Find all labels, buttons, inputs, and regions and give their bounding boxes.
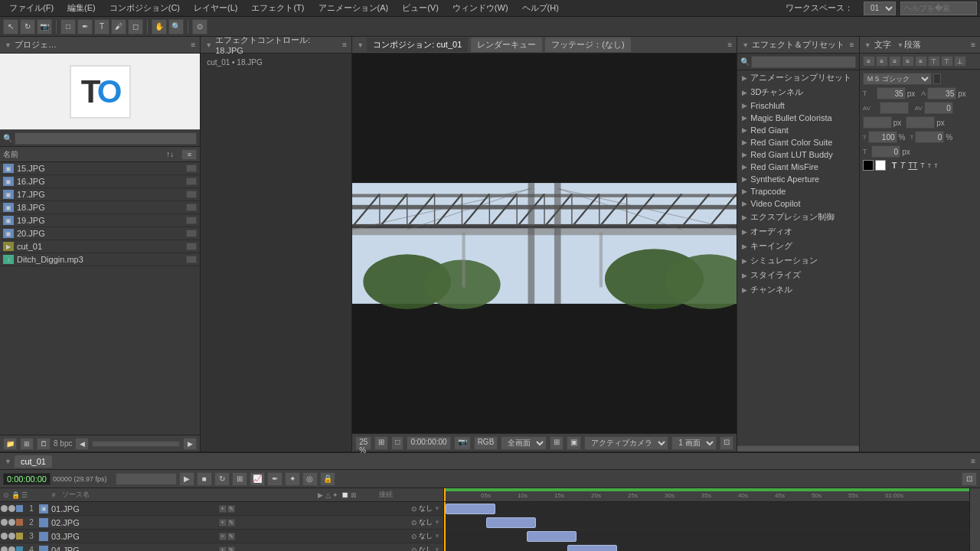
italic-btn[interactable]: T	[900, 161, 905, 170]
align-right-btn[interactable]: ≡	[889, 56, 901, 67]
new-item-btn[interactable]: 🗒	[37, 438, 51, 450]
effects-panel-close[interactable]: ≡	[850, 41, 854, 49]
timeline-expand-col[interactable]	[969, 488, 980, 551]
footage-tab[interactable]: フッテージ：(なし)	[545, 37, 630, 52]
scale-h-input[interactable]	[868, 131, 897, 143]
width-input[interactable]	[863, 116, 892, 129]
tl-stop-btn[interactable]: ■	[197, 472, 212, 486]
tl-ram-btn[interactable]: ⊞	[232, 472, 247, 486]
leading-input[interactable]	[927, 87, 956, 99]
tl-brush-btn[interactable]: ✒	[267, 472, 283, 486]
list-item[interactable]: ▣ 20.JPG	[0, 227, 200, 240]
effect-category-key[interactable]: ▶ キーイング	[737, 239, 858, 253]
help-search[interactable]	[900, 2, 977, 15]
comp-footer-expand[interactable]: ⊡	[720, 436, 733, 450]
playhead[interactable]	[444, 488, 446, 501]
comp-footer-btn2[interactable]: ⊞	[550, 436, 564, 450]
mode-dropdown-arrow[interactable]: ▼	[434, 533, 440, 540]
kerning-input[interactable]	[880, 102, 909, 114]
list-item[interactable]: ▣ 19.JPG	[0, 214, 200, 227]
effect-category-expr[interactable]: ▶ エクスプレション制御	[737, 210, 858, 224]
scroll-right[interactable]: ▶	[183, 438, 197, 450]
stroke-color[interactable]	[875, 160, 886, 171]
effects-scroll[interactable]	[737, 445, 858, 452]
effect-category-audio[interactable]: ▶ オーディオ	[737, 224, 858, 239]
menu-composition[interactable]: コンポジション(C)	[103, 1, 186, 15]
solo-icon[interactable]: +	[219, 519, 227, 527]
toolbar-rotate[interactable]: ↻	[20, 19, 35, 34]
menu-layer[interactable]: レイヤー(L)	[188, 1, 243, 15]
bold-btn[interactable]: T	[892, 161, 897, 170]
timeline-tab[interactable]: cut_01	[15, 455, 52, 468]
edit-icon[interactable]: ✎	[227, 519, 235, 527]
effect-category-rglb[interactable]: ▶ Red Giant LUT Buddy	[737, 148, 858, 161]
solo-icon[interactable]: +	[219, 505, 227, 513]
effect-category-animation[interactable]: ▶ アニメーションプリセット	[737, 70, 858, 85]
camera-select[interactable]: アクティブカメラ	[584, 436, 668, 450]
menu-view[interactable]: ビュー(V)	[396, 1, 445, 15]
list-item[interactable]: ♪ Ditch_Diggin.mp3	[0, 253, 200, 266]
font-size-input[interactable]	[877, 87, 906, 99]
effect-category-sa[interactable]: ▶ Synthetic Aperture	[737, 173, 858, 185]
edit-icon[interactable]: ✎	[227, 505, 235, 513]
mode-dropdown-arrow[interactable]: ▼	[434, 546, 440, 551]
effect-category-rgcs[interactable]: ▶ Red Giant Color Suite	[737, 136, 858, 148]
toolbar-snap[interactable]: ⊙	[192, 19, 207, 34]
new-folder-btn[interactable]: 📁	[3, 438, 17, 450]
tl-clip-4[interactable]	[567, 545, 617, 551]
align-bottom-btn[interactable]: ⊥	[954, 56, 966, 67]
font-style-btn[interactable]	[933, 73, 941, 84]
toolbar-pen[interactable]: ✒	[77, 19, 93, 34]
scroll-bar[interactable]	[92, 441, 180, 447]
tl-loop-btn[interactable]: ↻	[214, 472, 230, 486]
toolbar-zoom[interactable]: 🔍	[168, 19, 184, 34]
solo-icon[interactable]: +	[219, 533, 227, 540]
align-force-btn[interactable]: ≡	[915, 56, 927, 67]
toolbar-text[interactable]: T	[94, 19, 109, 34]
toolbar-mask[interactable]: □	[60, 19, 76, 34]
menu-help[interactable]: ヘルプ(H)	[516, 1, 565, 15]
project-list[interactable]: ▣ 15.JPG ▣ 16.JPG ▣ 17.JPG ▣ 18.JPG ▣	[0, 162, 200, 435]
height-input[interactable]	[906, 116, 935, 129]
project-search-input[interactable]	[15, 132, 197, 145]
underline-btn[interactable]: TT	[908, 161, 917, 170]
char-panel-close[interactable]: ≡	[971, 41, 975, 49]
menu-effect[interactable]: エフェクト(T)	[245, 1, 310, 15]
menu-animation[interactable]: アニメーション(A)	[312, 1, 395, 15]
fit-btn[interactable]: ⊞	[374, 436, 388, 450]
toolbar-camera[interactable]: 📷	[37, 19, 52, 34]
effects-search-input[interactable]	[751, 56, 855, 68]
scale-v-input[interactable]	[915, 131, 944, 143]
menu-window[interactable]: ウィンドウ(W)	[446, 1, 514, 15]
align-justify-btn[interactable]: ≡	[902, 56, 914, 67]
effect-category-frischluft[interactable]: ▶ Frischluft	[737, 99, 858, 112]
effect-category-sim[interactable]: ▶ シミュレーション	[737, 253, 858, 268]
mode-dropdown-arrow[interactable]: ▼	[434, 505, 440, 512]
label-color[interactable]	[16, 519, 23, 526]
effect-category-channel[interactable]: ▶ チャンネル	[737, 282, 858, 297]
project-panel-close[interactable]: ≡	[191, 41, 195, 49]
work-area-bar[interactable]	[444, 488, 980, 491]
list-item[interactable]: ▣ 18.JPG	[0, 201, 200, 214]
tl-graph-btn[interactable]: 📈	[250, 472, 265, 486]
label-color[interactable]	[16, 533, 23, 540]
tracking-input[interactable]	[924, 102, 953, 114]
edit-icon[interactable]: ✎	[227, 533, 235, 540]
resolution-select[interactable]: 全画面	[501, 436, 547, 450]
lock-dot[interactable]	[8, 505, 15, 512]
new-comp-btn[interactable]: ⊞	[20, 438, 34, 450]
effect-category-mbc[interactable]: ▶ Magic Bullet Colorista	[737, 112, 858, 124]
mode-dropdown-arrow[interactable]: ▼	[434, 519, 440, 526]
align-top-btn[interactable]: ⊤	[928, 56, 940, 67]
tl-expand-btn[interactable]: ⊡	[962, 472, 977, 486]
snapshot-btn[interactable]: 📷	[454, 436, 471, 450]
visibility-dot[interactable]	[1, 533, 8, 540]
visibility-dot[interactable]	[1, 519, 8, 526]
list-item[interactable]: ▶ cut_01	[0, 240, 200, 253]
superscript-btn[interactable]: T	[928, 163, 931, 168]
edit-icon[interactable]: ✎	[227, 546, 235, 552]
effect-controls-close[interactable]: ≡	[342, 41, 347, 49]
blur-input[interactable]	[871, 145, 900, 158]
tl-solo-btn[interactable]: ◎	[302, 472, 318, 486]
tl-puppet-btn[interactable]: ✦	[285, 472, 300, 486]
